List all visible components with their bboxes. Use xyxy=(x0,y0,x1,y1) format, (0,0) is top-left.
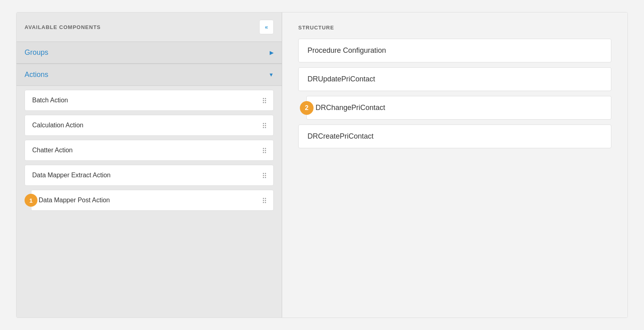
calculation-action-label: Calculation Action xyxy=(32,122,83,129)
calculation-action-card[interactable]: Calculation Action xyxy=(25,115,274,136)
sections-container[interactable]: Groups ▶ Actions ▼ Batch Action xyxy=(17,42,282,318)
badge-1: 1 xyxy=(25,194,37,207)
left-panel-title: AVAILABLE COMPONENTS xyxy=(25,24,101,30)
chatter-action-wrapper: Chatter Action xyxy=(25,140,274,161)
actions-section-label: Actions xyxy=(25,71,48,79)
structure-item-dr-create[interactable]: DRCreatePriContact xyxy=(298,125,611,148)
collapse-button[interactable]: « xyxy=(259,20,274,34)
structure-item-dr-change[interactable]: 2 DRChangePriContact xyxy=(306,96,611,120)
calculation-action-drag-handle[interactable] xyxy=(263,123,266,128)
calculation-action-wrapper: Calculation Action xyxy=(25,115,274,136)
data-mapper-post-card[interactable]: Data Mapper Post Action xyxy=(31,190,274,211)
batch-action-wrapper: Batch Action xyxy=(25,90,274,111)
data-mapper-post-drag-handle[interactable] xyxy=(263,198,266,203)
procedure-configuration-label: Procedure Configuration xyxy=(308,46,386,54)
left-panel: AVAILABLE COMPONENTS « Groups ▶ Actions … xyxy=(17,12,282,318)
structure-item-dr-update[interactable]: DRUpdatePriContact xyxy=(298,67,611,91)
groups-section-header[interactable]: Groups ▶ xyxy=(17,42,282,64)
chatter-action-card[interactable]: Chatter Action xyxy=(25,140,274,161)
badge-2: 2 xyxy=(300,101,314,115)
right-panel-title: STRUCTURE xyxy=(298,25,611,31)
structure-item-procedure-configuration[interactable]: Procedure Configuration xyxy=(298,39,611,62)
dr-update-label: DRUpdatePriContact xyxy=(308,75,375,83)
actions-section-items: Batch Action Calculation Action xyxy=(17,86,282,215)
data-mapper-extract-card[interactable]: Data Mapper Extract Action xyxy=(25,165,274,186)
data-mapper-extract-wrapper: Data Mapper Extract Action xyxy=(25,165,274,186)
actions-arrow-icon: ▼ xyxy=(268,72,274,78)
data-mapper-post-wrapper: 1 Data Mapper Post Action xyxy=(31,190,274,211)
main-container: AVAILABLE COMPONENTS « Groups ▶ Actions … xyxy=(16,12,628,318)
chatter-action-label: Chatter Action xyxy=(32,147,73,154)
groups-section-label: Groups xyxy=(25,48,48,57)
right-panel: STRUCTURE Procedure Configuration DRUpda… xyxy=(282,12,627,318)
batch-action-card[interactable]: Batch Action xyxy=(25,90,274,111)
left-panel-header: AVAILABLE COMPONENTS « xyxy=(17,12,282,42)
batch-action-label: Batch Action xyxy=(32,97,68,104)
actions-section-header[interactable]: Actions ▼ xyxy=(17,64,282,86)
data-mapper-post-label: Data Mapper Post Action xyxy=(39,197,110,204)
data-mapper-extract-label: Data Mapper Extract Action xyxy=(32,172,111,179)
batch-action-drag-handle[interactable] xyxy=(263,98,266,103)
collapse-icon: « xyxy=(265,24,268,30)
dr-create-label: DRCreatePriContact xyxy=(308,132,374,140)
chatter-action-drag-handle[interactable] xyxy=(263,148,266,153)
structure-items: Procedure Configuration DRUpdatePriConta… xyxy=(298,39,611,148)
groups-arrow-icon: ▶ xyxy=(270,50,274,56)
data-mapper-extract-drag-handle[interactable] xyxy=(263,173,266,178)
dr-change-label: DRChangePriContact xyxy=(316,104,385,112)
